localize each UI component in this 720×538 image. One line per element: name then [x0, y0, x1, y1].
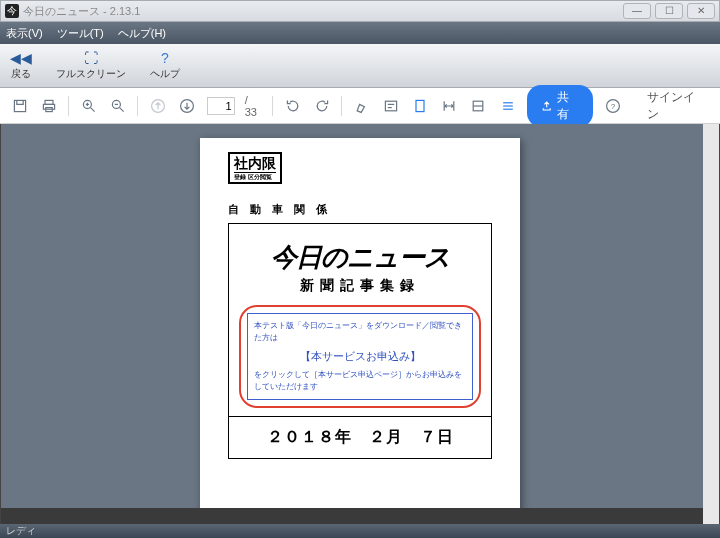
document-page: 社内限 登録 区分閲覧 自 動 車 関 係 今日のニュース 新聞記事集録 本テス…	[200, 138, 520, 524]
category-label: 自 動 車 関 係	[228, 202, 492, 217]
rotate-right-icon[interactable]	[312, 96, 331, 116]
svg-rect-0	[14, 100, 25, 111]
page-up-icon[interactable]	[148, 96, 167, 116]
news-title: 今日のニュース	[239, 240, 481, 275]
page-total: / 33	[245, 94, 263, 118]
svg-line-9	[119, 107, 123, 111]
status-text: レディ	[6, 525, 36, 536]
menubar: 表示(V) ツール(T) ヘルプ(H)	[0, 22, 720, 44]
page-number-input[interactable]	[207, 97, 235, 115]
fullscreen-icon: ⛶	[80, 50, 102, 66]
notice-line2: をクリックして［本サービス申込ページ］からお申込みをしていただけます	[254, 369, 466, 393]
svg-line-5	[90, 107, 94, 111]
svg-text:?: ?	[611, 102, 616, 111]
list-view-icon[interactable]	[498, 96, 517, 116]
back-icon: ◀◀	[10, 50, 32, 66]
signin-link[interactable]: サインイン	[647, 89, 704, 123]
maximize-button[interactable]: ☐	[655, 3, 683, 19]
fit-width-icon[interactable]	[440, 96, 459, 116]
toolbar-pdf: / 33 共有 ? サインイン	[0, 88, 720, 124]
statusbar: レディ	[0, 524, 720, 538]
fit-page-icon[interactable]	[469, 96, 488, 116]
share-button[interactable]: 共有	[527, 85, 593, 127]
menu-tool[interactable]: ツール(T)	[57, 26, 104, 41]
app-icon: 今	[5, 4, 19, 18]
page-view-icon[interactable]	[411, 96, 430, 116]
notice-box: 本テスト版「今日のニュース」をダウンロード／閲覧できた方は 【本サービスお申込み…	[239, 305, 481, 408]
minimize-button[interactable]: —	[623, 3, 651, 19]
notice-line1: 本テスト版「今日のニュース」をダウンロード／閲覧できた方は	[254, 320, 466, 344]
print-icon[interactable]	[39, 96, 58, 116]
toolbar-main: ◀◀ 戻る ⛶ フルスクリーン ? ヘルプ	[0, 44, 720, 88]
help-icon: ?	[154, 50, 176, 66]
scrollbar-vertical[interactable]	[703, 124, 719, 524]
scrollbar-horizontal[interactable]	[1, 508, 703, 524]
svg-rect-13	[385, 101, 396, 111]
title-frame: 今日のニュース 新聞記事集録 本テスト版「今日のニュース」をダウンロード／閲覧で…	[228, 223, 492, 417]
confidential-stamp: 社内限 登録 区分閲覧	[228, 152, 282, 184]
help-button[interactable]: ? ヘルプ	[150, 50, 180, 81]
titlebar: 今 今日のニュース - 2.13.1 — ☐ ✕	[0, 0, 720, 22]
menu-view[interactable]: 表示(V)	[6, 26, 43, 41]
fullscreen-button[interactable]: ⛶ フルスクリーン	[56, 50, 126, 81]
date-row: ２０１８年 ２月 ７日	[228, 417, 492, 459]
zoom-in-icon[interactable]	[79, 96, 98, 116]
back-button[interactable]: ◀◀ 戻る	[10, 50, 32, 81]
menu-help[interactable]: ヘルプ(H)	[118, 26, 166, 41]
highlight-icon[interactable]	[352, 96, 371, 116]
notice-link[interactable]: 【本サービスお申込み】	[254, 348, 466, 365]
rotate-left-icon[interactable]	[283, 96, 302, 116]
text-select-icon[interactable]	[382, 96, 401, 116]
save-icon[interactable]	[10, 96, 29, 116]
window-title: 今日のニュース - 2.13.1	[23, 4, 140, 19]
page-down-icon[interactable]	[178, 96, 197, 116]
zoom-out-icon[interactable]	[108, 96, 127, 116]
info-icon[interactable]: ?	[603, 96, 622, 116]
news-subtitle: 新聞記事集録	[239, 277, 481, 295]
document-viewer: 社内限 登録 区分閲覧 自 動 車 関 係 今日のニュース 新聞記事集録 本テス…	[0, 124, 720, 524]
svg-rect-16	[416, 100, 424, 111]
svg-rect-2	[43, 104, 54, 109]
close-button[interactable]: ✕	[687, 3, 715, 19]
